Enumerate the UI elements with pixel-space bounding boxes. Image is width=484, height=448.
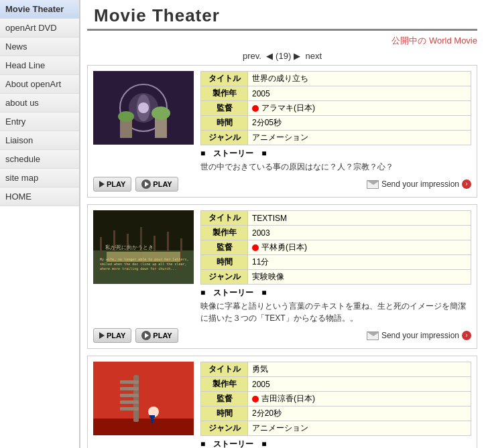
sidebar-item-about-openart[interactable]: About openArt	[0, 75, 79, 94]
movie-thumbnail	[93, 71, 194, 145]
sidebar-item-site-map[interactable]: site map	[0, 169, 79, 188]
field-value: アニメーション	[248, 421, 471, 436]
info-row: ジャンル アニメーション	[201, 421, 471, 436]
sidebar-item-head-line[interactable]: Head Line	[0, 56, 79, 75]
info-row: 時間 11分	[201, 255, 471, 270]
field-label: タイトル	[201, 72, 248, 86]
next-link[interactable]: next	[305, 51, 322, 61]
arrow-right-icon: ›	[462, 331, 471, 340]
prev-link[interactable]: prev.	[243, 51, 261, 61]
info-row: タイトル 勇気	[201, 362, 471, 377]
play-button-2[interactable]: PLAY	[135, 177, 178, 192]
field-label: 時間	[201, 255, 248, 270]
info-row: 監督 アラマキ(日本)	[201, 101, 471, 116]
impression-label: Send your impression	[381, 331, 459, 340]
story-label: ■ ストーリー ■	[200, 439, 471, 448]
sidebar-item-entry[interactable]: Entry	[0, 113, 79, 131]
info-row: 製作年 2003	[201, 226, 471, 240]
field-label: 製作年	[201, 86, 248, 101]
sidebar-item-news[interactable]: News	[0, 38, 79, 56]
field-label: 製作年	[201, 377, 248, 392]
sidebar-item-openart-dvd[interactable]: openArt DVD	[0, 19, 79, 38]
info-row: 製作年 2005	[201, 86, 471, 101]
field-label: 時間	[201, 116, 248, 131]
main-content: Movie Theater 公開中の World Movie prev. ◀ (…	[80, 0, 484, 448]
action-buttons: PLAY PLAY	[93, 328, 178, 343]
movie-info: タイトル 勇気 製作年 2005 監督 吉田涼香(日本) 時間 2分20秒 ジャ…	[200, 362, 471, 448]
movie-card-3: タイトル 勇気 製作年 2005 監督 吉田涼香(日本) 時間 2分20秒 ジャ…	[87, 356, 477, 448]
svg-rect-30	[120, 407, 139, 410]
field-value: 勇気	[248, 362, 471, 377]
field-value: 実験映像	[248, 270, 471, 285]
field-label: 製作年	[201, 226, 248, 240]
subtitle-bar: 公開中の World Movie	[87, 35, 477, 47]
movie-thumbnail	[93, 362, 194, 435]
svg-text:smiled when the doc (line up a: smiled when the doc (line up all the cle…	[100, 262, 186, 267]
sidebar-item-schedule[interactable]: schedule	[0, 150, 79, 169]
movie-card-1: タイトル 世界の成り立ち 製作年 2005 監督 アラマキ(日本) 時間 2分0…	[87, 65, 477, 198]
movie-card-inner: My wife, no longer able to pour her lett…	[93, 210, 471, 324]
info-table: タイトル TEXTISM 製作年 2003 監督 平林勇(日本) 時間 11分 …	[200, 210, 471, 285]
svg-rect-24	[93, 419, 194, 435]
sidebar-item-about-us[interactable]: about us	[0, 94, 79, 113]
field-value: 吉田涼香(日本)	[248, 392, 471, 406]
info-row: 監督 平林勇(日本)	[201, 240, 471, 255]
action-bar: PLAY PLAY Send your impression ›	[93, 177, 471, 192]
page-title: Movie Theater	[94, 5, 220, 25]
sidebar-item-home[interactable]: HOME	[0, 188, 79, 206]
svg-point-8	[152, 106, 170, 120]
field-label: タイトル	[201, 362, 248, 377]
main-header: Movie Theater	[87, 0, 477, 31]
field-label: タイトル	[201, 211, 248, 226]
info-row: 監督 吉田涼香(日本)	[201, 392, 471, 406]
field-value: 2分20秒	[248, 406, 471, 421]
info-row: タイトル 世界の成り立ち	[201, 72, 471, 86]
movie-card-2: My wife, no longer able to pour her lett…	[87, 204, 477, 349]
story-label: ■ ストーリー ■	[200, 148, 471, 159]
info-row: タイトル TEXTISM	[201, 211, 471, 226]
field-label: ジャンル	[201, 270, 248, 285]
impression-link[interactable]: Send your impression ›	[367, 331, 471, 340]
svg-text:My wife, no longer able to pou: My wife, no longer able to pour her lett…	[100, 257, 188, 262]
svg-rect-26	[120, 380, 139, 384]
info-row: 製作年 2005	[201, 377, 471, 392]
play-button-1[interactable]: PLAY	[93, 177, 131, 192]
action-bar: PLAY PLAY Send your impression ›	[93, 328, 471, 343]
info-row: ジャンル アニメーション	[201, 131, 471, 145]
info-row: 時間 2分20秒	[201, 406, 471, 421]
svg-rect-28	[120, 394, 139, 397]
play-label-2: PLAY	[153, 180, 172, 188]
field-value: 平林勇(日本)	[248, 240, 471, 255]
play-button-1[interactable]: PLAY	[93, 328, 131, 343]
svg-text:私が死に向かうとき: 私が死に向かうとき	[105, 244, 154, 250]
info-row: 時間 2分05秒	[201, 116, 471, 131]
field-value: 2分05秒	[248, 116, 471, 131]
field-label: 監督	[201, 392, 248, 406]
movie-card-inner: タイトル 世界の成り立ち 製作年 2005 監督 アラマキ(日本) 時間 2分0…	[93, 71, 471, 173]
play-button-2[interactable]: PLAY	[135, 328, 178, 343]
svg-point-7	[118, 111, 134, 122]
svg-rect-33	[149, 415, 155, 418]
svg-rect-27	[120, 387, 139, 390]
pagination: prev. ◀ (19) ▶ next	[87, 51, 477, 61]
play-icon	[99, 181, 105, 188]
story-text: 世の中でおきている事の原因はなに？人？宗教？心？	[200, 161, 471, 173]
field-value: アニメーション	[248, 131, 471, 145]
field-label: 監督	[201, 101, 248, 116]
movie-info: タイトル 世界の成り立ち 製作年 2005 監督 アラマキ(日本) 時間 2分0…	[200, 71, 471, 173]
sidebar-item-movie-theater[interactable]: Movie Theater	[0, 0, 79, 19]
impression-link[interactable]: Send your impression ›	[367, 179, 471, 189]
field-value: 2003	[248, 226, 471, 240]
info-table: タイトル 勇気 製作年 2005 監督 吉田涼香(日本) 時間 2分20秒 ジャ…	[200, 362, 471, 436]
impression-label: Send your impression	[381, 179, 459, 189]
svg-text:where more trailing down for c: where more trailing down for church...	[100, 267, 176, 271]
field-value: 2005	[248, 377, 471, 392]
field-label: 監督	[201, 240, 248, 255]
field-value: アラマキ(日本)	[248, 101, 471, 116]
play-icon	[99, 332, 105, 339]
field-label: 時間	[201, 406, 248, 421]
story-label: ■ ストーリー ■	[200, 287, 471, 299]
sidebar-item-liaison[interactable]: Liaison	[0, 131, 79, 150]
field-value: 2005	[248, 86, 471, 101]
field-value: TEXTISM	[248, 211, 471, 226]
